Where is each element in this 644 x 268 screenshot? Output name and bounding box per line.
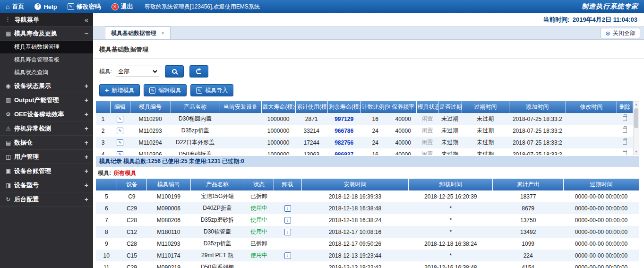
expand-plus-icon[interactable]: + [85, 196, 88, 203]
group-label: 设备台账管理 [14, 167, 85, 175]
maintain-freq: 40000 [390, 148, 416, 155]
tab-close-icon[interactable]: × [161, 30, 164, 36]
mold-table-scrollbar[interactable]: ▲ ▼ [633, 101, 639, 155]
expire-time: 0000-00-00 00:00:00 [564, 214, 639, 226]
change-password-menu-item[interactable]: ✎ 修改密码 [68, 2, 101, 11]
sidebar-subitem[interactable]: 模具寿命管理看板 [0, 53, 93, 66]
scrollbar-thumb[interactable] [634, 108, 638, 128]
install-table-row[interactable]: 11 C29 M090219 D50扁系列椭 ↓ 2018-12-13 19:2… [96, 261, 639, 268]
sidebar-group[interactable]: ↻ 后台配置 + [0, 192, 93, 207]
install-table-row[interactable]: 9 C28 M110293 D35zp折盖 已拆卸 ↓ 2018-12-17 0… [96, 238, 639, 250]
unload-icon[interactable]: ↓ [284, 252, 291, 259]
sidebar-group[interactable]: ◨ 设备型号 + [0, 178, 93, 192]
mold-table-row[interactable]: 4 ✎ M110306 D50磨砂拆盖 1000000 13063 986937… [96, 148, 633, 155]
scroll-up-icon[interactable]: ▲ [634, 102, 639, 107]
sidebar-group-mold-life[interactable]: ▦ 模具寿命及更换 − [0, 26, 93, 41]
sidebar-group[interactable]: ◫ 用户管理 + [0, 150, 93, 164]
delete-cell [617, 137, 633, 148]
product-name: D30椭圆内盖 [171, 113, 220, 125]
unload-icon[interactable]: ↓ [284, 229, 291, 235]
row-edit-icon[interactable]: ✎ [117, 151, 123, 155]
mold-table-row[interactable]: 3 ✎ M110294 D22日本外形盖 1000000 17244 98275… [96, 137, 633, 148]
refresh-icon [196, 69, 202, 74]
install-table-body: 5 C9 M100199 宝洁15G外罐 已拆卸 ↓ 2018-12-18 16… [96, 190, 639, 268]
row-edit-icon[interactable]: ✎ [117, 116, 123, 122]
delete-cell [617, 113, 633, 125]
mold-filter-select[interactable]: 全部 [116, 66, 159, 77]
row-edit-icon[interactable]: ✎ [117, 128, 123, 134]
added-time: 2018-07-25 18:33:2 [509, 125, 566, 137]
top-menu-bar: ⌂ 首页 ? Help ✎ 修改密码 ✕ 退出 尊敬的系统管理员[123456]… [0, 0, 644, 13]
install-table-row[interactable]: 6 C29 M090006 D40ZP折盖 使用中 ↓ 2018-12-18 1… [96, 202, 639, 214]
unload-cell: ↓ [274, 238, 301, 250]
install-table-row[interactable]: 7 C28 M080206 D35zp磨砂拆 使用中 ↓ 2018-12-18 … [96, 214, 639, 226]
install-time: 2018-12-18 16:38:48 [301, 202, 409, 214]
mold-table-row[interactable]: 2 ✎ M110293 D35zp折盖 1000000 33214 966786… [96, 125, 633, 137]
column-header: 累计使用(模次) [295, 101, 327, 113]
group-label: 后台配置 [14, 195, 85, 204]
expand-plus-icon[interactable]: + [85, 139, 88, 147]
sidebar-group[interactable]: ▣ 设备台账管理 + [0, 164, 93, 178]
column-header: 模具编号 [130, 101, 171, 113]
unload-cell: ↓ [274, 226, 301, 238]
install-table-container: 设备模具编号产品名称状态卸载安装时间卸载时间累计产出过期时间 5 C9 M100… [96, 179, 639, 268]
edit-mold-button[interactable]: ✎ 编辑模具 [144, 84, 187, 96]
mold-code: M110290 [130, 113, 171, 125]
sidebar-group[interactable]: ▤ 数据仓 + [0, 136, 93, 150]
sidebar-subitem[interactable]: 模具基础数据管理 [0, 41, 93, 53]
uninstall-time: 2018-12-16 16:38:48 [409, 261, 493, 268]
row-delete-icon[interactable] [623, 116, 627, 121]
logout-menu-item[interactable]: ✕ 退出 [112, 2, 133, 11]
filter-label: 模具: [99, 68, 112, 76]
main-content: 模具基础数据管理 模具: 全部 + 新增模具 [93, 40, 644, 268]
expand-plus-icon[interactable]: + [85, 82, 88, 90]
row-delete-icon[interactable] [623, 151, 627, 156]
expand-plus-icon[interactable]: + [85, 167, 88, 175]
search-button[interactable] [165, 65, 184, 78]
expand-plus-icon[interactable]: + [85, 111, 88, 118]
refresh-button[interactable] [189, 65, 208, 78]
sidebar-group[interactable]: ⚙ OEE设备稼动效率 + [0, 107, 93, 121]
modified-time [566, 113, 617, 125]
row-number: 8 [96, 226, 117, 238]
home-menu-item[interactable]: ⌂ 首页 [6, 2, 24, 11]
collapse-minus-icon[interactable]: − [85, 30, 88, 37]
install-time: 2018-12-17 09:50:26 [301, 238, 409, 250]
unload-icon[interactable]: ↓ [284, 217, 291, 224]
row-edit-icon[interactable]: ✎ [117, 139, 123, 146]
mold-table-header-row: 编辑模具编号产品名称当前安装设备最大寿命(模次)累计使用(模次)剩余寿命(模次)… [96, 101, 633, 113]
unload-icon[interactable]: ↓ [284, 205, 291, 212]
install-table-row[interactable]: 5 C9 M100199 宝洁15G外罐 已拆卸 ↓ 2018-12-18 16… [96, 190, 639, 202]
sidebar-group[interactable]: ◉ 设备状态展示 + [0, 79, 93, 93]
install-table-row[interactable]: 8 C12 M180110 D30软管盖 使用中 ↓ 2018-12-17 10… [96, 226, 639, 238]
import-mold-button[interactable]: ✎ 模具导入 [190, 84, 233, 96]
row-delete-icon[interactable] [623, 128, 627, 133]
install-table-row[interactable]: 10 C15 M110174 29ml PET 瓶 使用中 ↓ 2018-12-… [96, 250, 639, 261]
expand-plus-icon[interactable]: + [85, 182, 88, 189]
logout-label: 退出 [121, 2, 133, 11]
close-all-button[interactable]: ⊗ 关闭全部 [601, 28, 640, 38]
help-menu-item[interactable]: ? Help [34, 3, 57, 10]
mold-group-icon: ▦ [6, 30, 14, 37]
used-count: 2871 [295, 113, 327, 125]
count-ratio: 24 [361, 125, 390, 137]
sidebar-subitem[interactable]: 模具状态查询 [0, 66, 93, 79]
install-time: 2018-12-13 19:23:44 [301, 250, 409, 261]
sidebar-groups: ◉ 设备状态展示 + ▥ Output产能管理 + ⚙ OEE设备稼动效率 + [0, 79, 93, 207]
expand-plus-icon[interactable]: + [85, 153, 88, 161]
expand-plus-icon[interactable]: + [85, 96, 88, 104]
expire-time: 0000-00-00 00:00:00 [564, 226, 639, 238]
sidebar-collapse-icon[interactable]: « [85, 16, 88, 24]
edit-password-icon: ✎ [68, 3, 74, 10]
add-mold-button[interactable]: + 新增模具 [99, 84, 140, 96]
count-ratio: 24 [361, 137, 390, 148]
scroll-down-icon[interactable]: ▼ [634, 149, 639, 155]
row-delete-icon[interactable] [623, 139, 627, 145]
mold-table-row[interactable]: 1 ✎ M110290 D30椭圆内盖 1000000 2871 997129 … [96, 113, 633, 125]
tab-mold-data[interactable]: 模具基础数据管理 × [105, 26, 171, 39]
sidebar-group[interactable]: ▥ Output产能管理 + [0, 93, 93, 107]
install-status: 使用中 [244, 250, 274, 261]
expand-plus-icon[interactable]: + [85, 125, 88, 132]
sidebar-group[interactable]: ⚠ 停机异常检测 + [0, 121, 93, 136]
edit-mold-label: 编辑模具 [158, 86, 181, 95]
